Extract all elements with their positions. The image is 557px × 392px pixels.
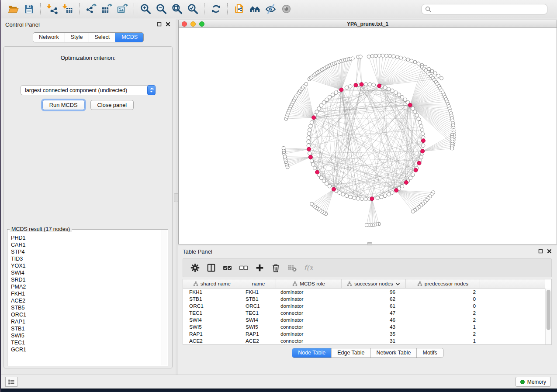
mcds-result-item[interactable]: FKH1 (11, 290, 161, 297)
maximize-window-icon[interactable] (199, 21, 204, 27)
table-row[interactable]: ORC1ORC1dominator610 (183, 303, 545, 309)
table-row[interactable]: TEC1TEC1connector472 (183, 309, 545, 316)
mcds-result-item[interactable]: STB1 (11, 325, 161, 332)
tab-edge-table[interactable]: Edge Table (331, 348, 370, 358)
mcds-result-item[interactable]: TID3 (11, 255, 161, 262)
settings-gear-button[interactable] (187, 261, 202, 275)
graph-hub-node[interactable] (421, 149, 425, 153)
graph-hub-node[interactable] (308, 155, 312, 159)
graph-hub-node[interactable] (332, 187, 336, 191)
horizontal-splitter-handle[interactable] (367, 242, 372, 245)
network-canvas[interactable] (179, 28, 557, 244)
deselect-all-rows-button[interactable] (236, 261, 251, 275)
mcds-result-item[interactable]: ORC1 (11, 311, 161, 318)
table-row[interactable]: SWI4SWI4dominator462 (183, 316, 545, 323)
tab-mcds[interactable]: MCDS (115, 32, 144, 42)
tab-style[interactable]: Style (65, 33, 89, 42)
graph-hub-node[interactable] (408, 103, 412, 107)
zoom-selected-button[interactable] (186, 2, 200, 16)
network-window-titlebar[interactable]: YPA_prune.txt_1 (179, 20, 557, 28)
add-column-button[interactable] (252, 261, 267, 275)
export-image-button[interactable] (115, 2, 129, 16)
show-columns-button[interactable] (204, 261, 218, 275)
zoom-out-button[interactable] (154, 2, 168, 16)
tab-select[interactable]: Select (89, 33, 116, 42)
minimize-window-icon[interactable] (190, 21, 196, 27)
graph-hub-node[interactable] (414, 168, 418, 172)
graph-hub-node[interactable] (360, 83, 363, 86)
mcds-result-item[interactable]: PHD1 (11, 234, 161, 241)
show-graphics-details-button (279, 2, 293, 16)
mcds-result-item[interactable]: RAP1 (11, 318, 161, 325)
mcds-list-scrollbar[interactable] (162, 230, 167, 365)
import-network-from-file-button[interactable] (45, 2, 59, 16)
memory-button[interactable]: Memory (515, 377, 551, 387)
delete-columns-button[interactable] (268, 261, 283, 275)
zoom-in-button[interactable] (138, 2, 152, 16)
mcds-result-item[interactable]: GCR1 (11, 346, 161, 353)
mcds-result-list[interactable]: PHD1CAR1STP4TID3YOX1SWI4SRD1PMA2FKH1ACE2… (7, 231, 161, 365)
column-header-successor-nodes[interactable]: successor nodes (342, 279, 406, 288)
close-panel-button[interactable]: Close panel (90, 100, 134, 110)
graph-hub-node[interactable] (377, 84, 381, 88)
mcds-result-item[interactable]: SWI4 (11, 269, 161, 276)
export-table-button[interactable] (100, 2, 114, 16)
show-all-networks-button[interactable] (248, 2, 262, 16)
mcds-result-item[interactable]: SWI5 (11, 332, 161, 339)
task-history-button[interactable] (5, 377, 17, 387)
graph-hub-node[interactable] (312, 116, 316, 120)
float-panel-icon[interactable] (157, 22, 163, 28)
graph-hub-node[interactable] (404, 180, 408, 184)
column-header-predecessor-nodes[interactable]: predecessor nodes (406, 279, 480, 288)
mcds-result-item[interactable]: TEC1 (11, 339, 161, 346)
vertical-splitter-handle[interactable] (174, 193, 178, 202)
table-row[interactable]: FKH1FKH1dominator962 (183, 289, 545, 296)
search-field[interactable] (422, 4, 547, 14)
close-window-icon[interactable] (182, 21, 187, 27)
graph-hub-node[interactable] (421, 139, 425, 143)
mcds-result-item[interactable]: CAR1 (11, 241, 161, 248)
search-input[interactable] (433, 5, 544, 14)
table-scrollbar[interactable] (545, 289, 551, 344)
tab-network[interactable]: Network (33, 33, 65, 42)
tab-node-table[interactable]: Node Table (292, 348, 332, 358)
graph-hub-node[interactable] (417, 161, 421, 165)
table-scrollbar-thumb[interactable] (547, 290, 550, 330)
table-row[interactable]: ACE2ACE2connector311 (183, 337, 545, 344)
hide-graphics-details-button[interactable] (263, 2, 277, 16)
zoom-fit-button[interactable] (170, 2, 184, 16)
mcds-result-item[interactable]: STB5 (11, 304, 161, 311)
cell-name: ACE2 (241, 337, 276, 344)
graph-hub-node[interactable] (370, 197, 374, 201)
mcds-result-item[interactable]: SRD1 (11, 276, 161, 283)
float-table-panel-icon[interactable] (538, 249, 544, 254)
graph-hub-node[interactable] (354, 83, 358, 87)
mcds-result-item[interactable]: YOX1 (11, 262, 161, 269)
column-header-MCDS-role[interactable]: MCDS role (276, 279, 342, 288)
export-network-button[interactable] (84, 2, 98, 16)
table-row[interactable]: RAP1RAP1dominator352 (183, 330, 545, 337)
column-header-shared-name[interactable]: shared name (183, 279, 241, 288)
import-table-from-file-button[interactable] (61, 2, 75, 16)
table-row[interactable]: STB1STB1dominator620 (183, 296, 545, 303)
graph-hub-node[interactable] (315, 170, 319, 174)
mcds-result-item[interactable]: PMA2 (11, 283, 161, 290)
open-file-button[interactable] (6, 2, 20, 16)
refresh-button[interactable] (209, 2, 223, 16)
tab-motifs[interactable]: Motifs (416, 348, 443, 358)
close-table-panel-icon[interactable] (547, 249, 553, 254)
graph-hub-node[interactable] (339, 88, 343, 92)
save-session-button[interactable] (22, 2, 36, 16)
mcds-result-item[interactable]: ACE2 (11, 297, 161, 304)
select-all-rows-button[interactable] (220, 261, 235, 275)
column-header-name[interactable]: name (241, 279, 276, 288)
share-document-button[interactable] (232, 2, 246, 16)
graph-hub-node[interactable] (307, 147, 311, 151)
close-panel-icon[interactable] (166, 22, 171, 28)
mcds-result-item[interactable]: STP4 (11, 248, 161, 255)
tab-network-table[interactable]: Network Table (370, 348, 417, 358)
graph-hub-node[interactable] (394, 189, 398, 193)
run-mcds-button[interactable]: Run MCDS (42, 100, 85, 110)
table-row[interactable]: SWI5SWI5connector431 (183, 323, 545, 330)
optimization-criterion-select[interactable]: largest connected component (undirected) (21, 85, 156, 95)
